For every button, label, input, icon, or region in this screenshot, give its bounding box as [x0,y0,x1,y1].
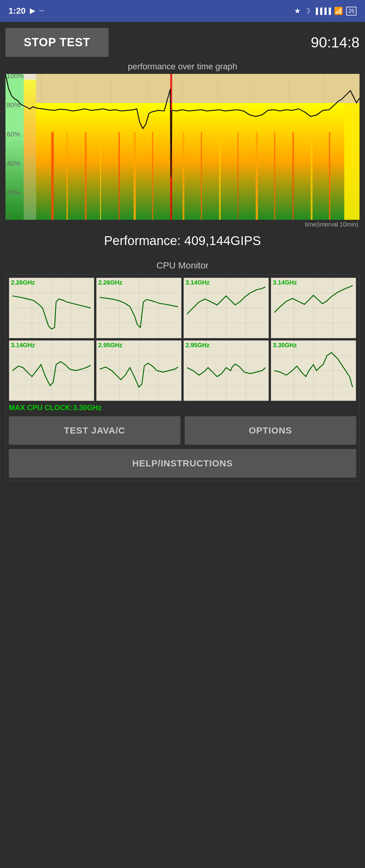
status-bar: 1:20 ▶ ··· ★ ☽ ▐▐▐▐ 📶 26 [0,0,365,22]
performance-value: Performance: 409,144GIPS [5,234,360,248]
svg-rect-18 [52,132,54,220]
cpu-freq-5: 2.95GHz [98,342,122,349]
cpu-cell-7: 3.30GHz [271,340,356,401]
main-content: STOP TEST 90:14:8 performance over time … [0,22,365,487]
svg-text:20%: 20% [7,189,20,196]
svg-text:40%: 40% [7,160,20,167]
svg-rect-27 [183,132,184,220]
cpu-cell-0: 2.26GHz [9,278,94,338]
cpu-grid: 2.26GHz 2.26GHz [9,278,356,401]
svg-text:80%: 80% [7,101,20,109]
svg-rect-22 [118,132,120,220]
cpu-graph-6 [184,341,269,401]
cpu-cell-1: 2.26GHz [96,278,182,338]
svg-rect-36 [344,103,360,220]
svg-rect-15 [24,80,36,220]
cpu-freq-1: 2.26GHz [98,279,122,286]
cpu-freq-6: 2.95GHz [186,342,210,349]
graph-section: performance over time graph [5,62,360,248]
svg-text:100%: 100% [7,74,24,80]
top-controls: STOP TEST 90:14:8 [5,28,360,57]
svg-rect-31 [256,132,258,220]
svg-rect-14 [5,74,24,220]
svg-rect-32 [274,132,275,220]
cpu-freq-3: 3.14GHz [273,279,297,286]
cpu-cell-6: 2.95GHz [183,340,269,401]
svg-rect-29 [219,132,220,220]
help-instructions-button[interactable]: HELP/INSTRUCTIONS [9,449,356,477]
status-right: ★ ☽ ▐▐▐▐ 📶 26 [294,7,357,16]
cpu-freq-4: 3.14GHz [11,342,35,349]
options-button[interactable]: OPTIONS [185,416,356,445]
stop-test-button[interactable]: STOP TEST [5,28,109,57]
signal-icon: ▐▐▐▐ [313,8,331,14]
cpu-freq-7: 3.30GHz [273,342,297,349]
svg-rect-33 [292,132,294,220]
cpu-graph-2 [184,278,269,338]
cpu-cell-4: 3.14GHz [9,340,94,401]
x-axis-label: time(interval 10min) [5,221,360,228]
svg-text:0: 0 [7,213,10,220]
cpu-graph-5 [96,341,181,401]
performance-graph: 100% 80% 60% 40% 20% 0 [5,74,360,220]
more-icon: ··· [39,8,44,14]
svg-rect-35 [329,132,330,220]
cpu-grid-wrapper: 2.26GHz 2.26GHz [5,274,360,481]
cpu-cell-3: 3.14GHz [271,278,356,338]
cpu-cell-5: 2.95GHz [96,340,182,401]
time-display: 1:20 [8,6,26,16]
cpu-freq-0: 2.26GHz [11,279,35,286]
svg-rect-34 [310,132,312,220]
svg-rect-28 [201,132,202,220]
svg-rect-19 [67,132,68,220]
bluetooth-icon: ★ [294,7,301,15]
graph-container: 100% 80% 60% 40% 20% 0 [5,74,360,220]
svg-rect-21 [100,132,101,220]
moon-icon: ☽ [304,7,310,15]
cpu-graph-1 [96,278,181,338]
cpu-freq-2: 3.14GHz [186,279,210,286]
timer-display: 90:14:8 [311,34,360,51]
svg-rect-23 [133,132,136,220]
battery-icon: 26 [346,7,357,16]
svg-rect-24 [152,132,153,220]
svg-rect-20 [85,132,87,220]
cpu-cell-2: 3.14GHz [183,278,269,338]
cpu-monitor-section: CPU Monitor 2.26GHz [5,260,360,481]
cpu-graph-0 [9,278,94,338]
wifi-icon: 📶 [334,7,343,15]
max-clock-label: MAX CPU CLOCK:3.30GHz [9,403,356,412]
cpu-monitor-title: CPU Monitor [5,260,360,271]
cpu-graph-3 [271,278,356,338]
cpu-graph-7 [271,341,356,401]
test-java-c-button[interactable]: TEST JAVA/C [9,416,180,445]
status-left: 1:20 ▶ ··· [8,6,44,16]
youtube-icon: ▶ [30,7,35,15]
svg-rect-30 [238,132,239,220]
cpu-graph-4 [9,341,94,401]
svg-text:60%: 60% [7,130,20,138]
graph-title: performance over time graph [5,62,360,71]
bottom-buttons: TEST JAVA/C OPTIONS [9,416,356,445]
